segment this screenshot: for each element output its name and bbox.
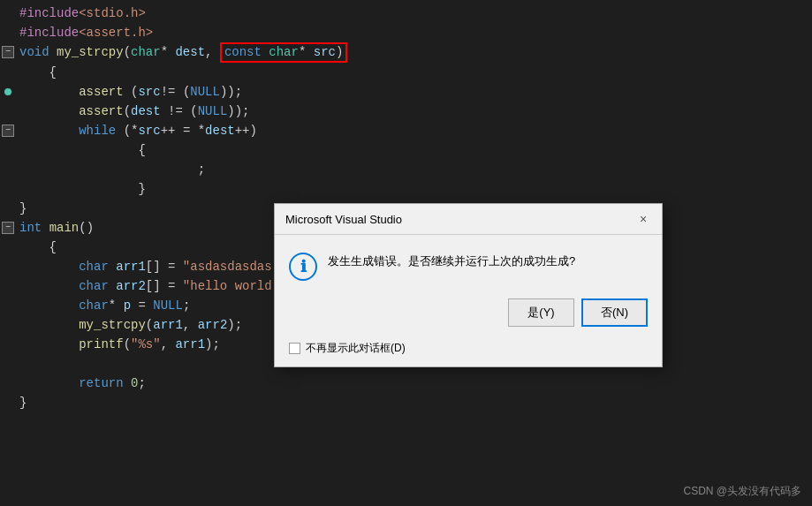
code-line: #include<stdio.h>: [0, 4, 812, 23]
line-indicator: [0, 199, 16, 218]
line-indicator: [0, 315, 16, 335]
line-indicator: [0, 276, 16, 296]
yes-button[interactable]: 是(Y): [508, 298, 574, 327]
line-content: assert(dest != (NULL));: [16, 102, 812, 121]
function-declaration-line: − void my_strcpy(char* dest, const char*…: [0, 42, 812, 63]
code-editor: #include<stdio.h> #include<assert.h> − v…: [0, 0, 812, 506]
line-content: {: [16, 140, 812, 160]
code-line: #include<assert.h>: [0, 23, 812, 42]
line-content: void my_strcpy(char* dest, const char* s…: [16, 42, 812, 63]
line-indicator: [0, 257, 16, 276]
code-line: ;: [0, 160, 812, 179]
line-indicator: [0, 238, 16, 257]
collapse-icon-while[interactable]: −: [0, 121, 16, 140]
line-indicator: [0, 102, 16, 121]
line-indicator: [0, 296, 16, 315]
collapse-icon[interactable]: −: [0, 42, 16, 63]
visual-studio-dialog[interactable]: Microsoft Visual Studio × ℹ 发生生成错误。是否继续并…: [274, 203, 663, 367]
dont-show-label: 不再显示此对话框(D): [306, 341, 406, 356]
line-indicator: [0, 63, 16, 82]
line-indicator: [0, 140, 16, 160]
line-content: assert (src!= (NULL));: [16, 82, 812, 102]
code-line: }: [0, 393, 812, 412]
dialog-title: Microsoft Visual Studio: [285, 213, 402, 226]
dialog-message: 发生生成错误。是否继续并运行上次的成功生成?: [328, 253, 648, 270]
watermark: CSDN @头发没有代码多: [683, 484, 801, 499]
line-content: }: [16, 179, 812, 199]
dialog-buttons: 是(Y) 否(N): [275, 291, 662, 337]
dialog-footer: 不再显示此对话框(D): [275, 337, 662, 366]
code-line: − while (*src++ = *dest++): [0, 121, 812, 140]
line-content: {: [16, 63, 812, 82]
line-content: }: [16, 393, 812, 412]
line-content: while (*src++ = *dest++): [16, 121, 812, 140]
dialog-close-button[interactable]: ×: [635, 211, 651, 227]
line-indicator: [0, 23, 16, 42]
info-icon: ℹ: [289, 253, 317, 281]
dialog-body: ℹ 发生生成错误。是否继续并运行上次的成功生成?: [275, 235, 662, 291]
line-content: ;: [16, 160, 812, 179]
line-indicator: [0, 82, 16, 102]
no-button[interactable]: 否(N): [581, 298, 648, 327]
collapse-icon-main[interactable]: −: [0, 218, 16, 238]
code-line: {: [0, 140, 812, 160]
line-indicator: [0, 354, 16, 374]
code-line: }: [0, 179, 812, 199]
line-content: #include<assert.h>: [16, 23, 812, 42]
line-content: #include<stdio.h>: [16, 4, 812, 23]
line-content: return 0;: [16, 374, 812, 393]
code-line: return 0;: [0, 374, 812, 393]
dont-show-checkbox[interactable]: [289, 343, 300, 354]
line-indicator: [0, 160, 16, 179]
dialog-titlebar: Microsoft Visual Studio ×: [275, 204, 662, 235]
line-indicator: [0, 393, 16, 412]
code-line: {: [0, 63, 812, 82]
line-indicator: [0, 374, 16, 393]
line-indicator: [0, 4, 16, 23]
line-indicator: [0, 335, 16, 354]
line-indicator: [0, 179, 16, 199]
code-line: assert (src!= (NULL));: [0, 82, 812, 102]
code-line: assert(dest != (NULL));: [0, 102, 812, 121]
